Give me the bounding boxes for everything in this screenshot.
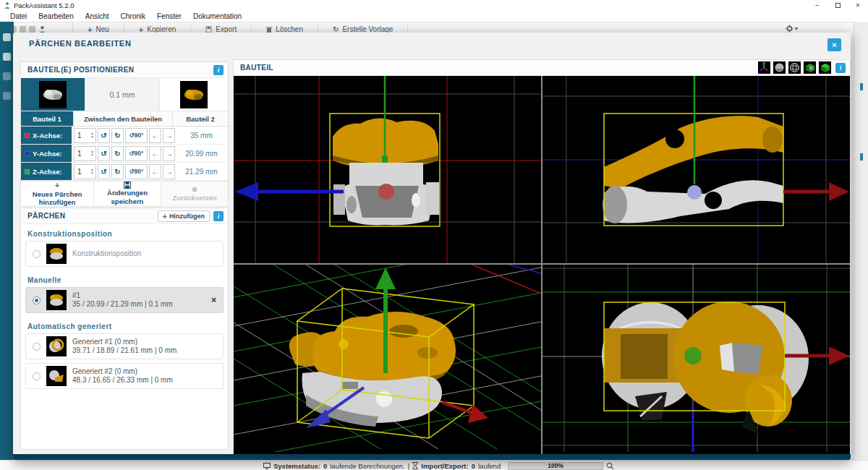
pair-item-konstruktionsposition[interactable]: Konstruktionsposition [25,241,224,267]
y-rotate-90-button[interactable]: ↺90° [125,146,148,161]
positioning-tabs: Bauteil 1 Zwischen den Bauteilen Bauteil… [21,111,228,127]
radio-button[interactable] [33,250,41,258]
part2-thumbnail[interactable] [160,78,228,111]
step-down-icon[interactable]: ▼ [90,171,94,175]
y-axis-label: Y-Achse: [21,145,72,162]
info-icon[interactable]: i [835,63,846,73]
z-rotate-90-button[interactable]: ↺90° [125,164,148,179]
radio-button[interactable] [33,343,41,351]
window-title: PackAssistant 5.2.0 [14,1,74,9]
system-status-value: 0 [323,462,327,470]
menu-datei[interactable]: Datei [4,10,33,22]
y-axis-step-input[interactable]: 1▲▼ [74,146,96,161]
z-move-left-button[interactable]: ← [149,164,161,179]
settings-gear-button[interactable]: ▾ [786,25,798,33]
z-axis-row: Z-Achse: 1▲▼ ↺ ↻ ↺90° ← → 21.29 mm [21,163,228,181]
sidebar-icon-2[interactable] [3,53,11,61]
viewport-panel: BAUTEIL i [233,59,851,454]
viewport-canvas[interactable] [234,76,850,454]
pairs-panel-title: PÄRCHEN [27,212,65,220]
part1-thumbnail-selected[interactable] [21,78,85,111]
group-manuelle: Manuelle [21,270,228,287]
y-axis-dimension-value: 20.99 mm [175,150,228,158]
y-axis-color-swatch [25,151,30,156]
radio-button-selected[interactable] [33,296,41,304]
x-axis-label: X-Achse: [21,127,72,144]
import-export-label: Import/Export: [421,462,468,470]
gap-value-field[interactable]: 0.1 mm [85,78,160,111]
tab-bauteil-2[interactable]: Bauteil 2 [173,111,228,126]
step-down-icon[interactable]: ▼ [90,153,94,157]
sidebar-icon-3[interactable] [3,72,11,80]
pair-item-generated-2[interactable]: Generiert #2 (0 mm)48.3 / 16.65 / 26.33 … [25,363,224,389]
positioning-panel: BAUTEIL(E) POSITIONIEREN i 0.1 mm Bautei… [20,61,229,205]
sidebar-icon-4[interactable] [3,92,11,100]
wireframe-view-button[interactable] [788,61,801,74]
x-rotate-ccw-button[interactable]: ↺ [98,128,110,143]
left-sidebar [0,22,14,460]
quick-icon-3[interactable] [29,26,35,33]
origin-dot [687,185,702,200]
menu-fenster[interactable]: Fenster [151,10,187,22]
statusbar: Systemstatus: 0 laufende Berechnungen. |… [0,460,868,470]
group-konstruktionsposition: Konstruktionsposition [21,224,228,241]
z-rotate-ccw-button[interactable]: ↺ [98,164,110,179]
y-move-right-button[interactable]: → [163,146,175,161]
import-export-value: 0 [472,462,475,470]
viewport-side-view[interactable] [542,76,850,263]
viewport-divider-horizontal [234,263,850,265]
x-rotate-cw-button[interactable]: ↻ [111,128,124,143]
y-rotate-ccw-button[interactable]: ↺ [98,146,110,161]
y-rotate-cw-button[interactable]: ↻ [111,146,124,161]
viewport-perspective-view[interactable] [234,265,541,452]
y-move-left-button[interactable]: ← [149,146,161,161]
magnifier-icon[interactable] [606,462,614,470]
viewport-top-view[interactable] [542,265,850,452]
z-rotate-cw-button[interactable]: ↻ [111,164,124,179]
viewport-front-view[interactable] [234,76,541,263]
pair-item-manual-1[interactable]: #135 / 20.99 / 21.29 mm | 0.1 mm × [25,287,224,313]
x-rotate-90-button[interactable]: ↺90° [125,128,148,143]
x-move-left-button[interactable]: ← [149,128,161,143]
maximize-button[interactable] [827,0,848,10]
menu-bearbeiten[interactable]: Bearbeiten [33,10,79,22]
pair-item-generated-1[interactable]: Generiert #1 (0 mm)39.71 / 18.89 / 21.61… [25,333,224,359]
positioning-panel-title: BAUTEIL(E) POSITIONIEREN [27,66,134,74]
tab-bauteil-1[interactable]: Bauteil 1 [21,111,74,126]
step-down-icon[interactable]: ▼ [90,135,94,139]
delete-pair-button[interactable]: × [211,295,216,305]
x-axis-step-input[interactable]: 1▲▼ [74,128,96,143]
dialog-bottom-bar [13,454,851,460]
info-icon[interactable]: i [213,211,224,221]
sidebar-icon-1[interactable] [3,33,11,41]
trash-icon [266,26,272,33]
z-move-right-button[interactable]: → [163,164,175,179]
gear-icon [786,25,793,33]
tab-zwischen-den-bauteilen[interactable]: Zwischen den Bauteilen [74,111,173,126]
reset-button[interactable]: ⊗Zurücksetzen [161,181,228,205]
x-move-right-button[interactable]: → [163,128,175,143]
cube-part-view-button[interactable] [804,61,816,74]
info-icon[interactable]: i [213,65,224,75]
quick-icon-2[interactable] [20,26,26,33]
new-pair-button[interactable]: +Neues Pärchen hinzufügen [21,181,94,205]
window-titlebar: PackAssistant 5.2.0 − × [0,0,868,10]
menu-ansicht[interactable]: Ansicht [80,10,115,22]
add-pair-button[interactable]: +Hinzufügen [158,210,210,222]
zoom-progress-bar[interactable]: 100% [508,462,603,470]
dialog-close-button[interactable]: × [827,38,841,51]
viewport-divider-vertical [541,76,542,454]
menu-chronik[interactable]: Chronik [115,10,151,22]
menubar: Datei Bearbeiten Ansicht Chronik Fenster… [0,10,868,22]
shaded-part-view-button[interactable] [773,61,786,74]
cube-view-button[interactable] [819,61,831,74]
z-axis-step-input[interactable]: 1▲▼ [74,164,96,179]
window-close-button[interactable]: × [848,0,868,10]
axes-view-button[interactable] [758,61,770,74]
menu-dokumentation[interactable]: Dokumentation [187,10,247,22]
x-axis-row: X-Achse: 1▲▼ ↺ ↻ ↺90° ← → 35 mm [21,127,228,145]
minimize-button[interactable]: − [807,0,827,10]
radio-button[interactable] [33,372,41,380]
z-axis-dimension-value: 21.29 mm [175,168,228,176]
save-changes-button[interactable]: Änderungen speichern [94,181,161,205]
